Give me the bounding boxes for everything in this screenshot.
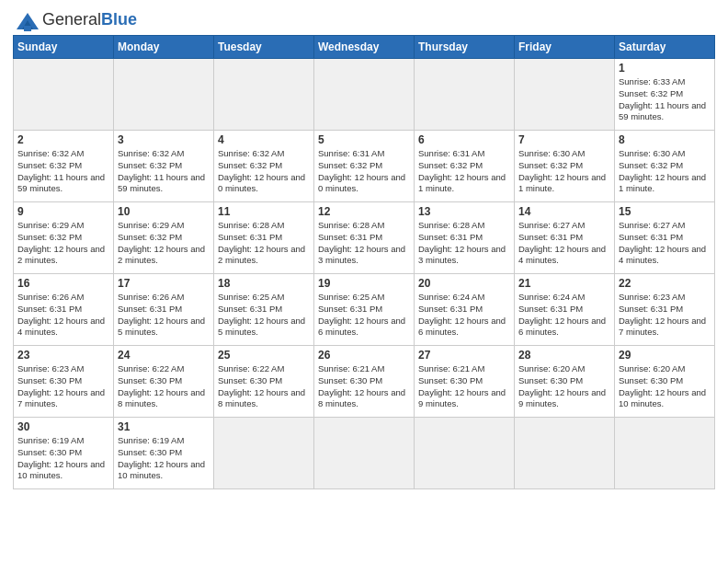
calendar-cell: 15Sunrise: 6:27 AMSunset: 6:31 PMDayligh… — [615, 202, 715, 274]
calendar: Sunday Monday Tuesday Wednesday Thursday… — [13, 35, 715, 489]
day-info: Sunrise: 6:25 AMSunset: 6:31 PMDaylight:… — [318, 292, 410, 339]
calendar-cell: 26Sunrise: 6:21 AMSunset: 6:30 PMDayligh… — [314, 346, 415, 418]
day-number: 28 — [518, 349, 610, 362]
calendar-header: Sunday Monday Tuesday Wednesday Thursday… — [14, 36, 715, 59]
calendar-cell — [114, 59, 214, 131]
calendar-cell: 18Sunrise: 6:25 AMSunset: 6:31 PMDayligh… — [214, 274, 314, 346]
day-info: Sunrise: 6:32 AMSunset: 6:32 PMDaylight:… — [218, 148, 310, 195]
day-number: 25 — [218, 349, 310, 362]
calendar-cell: 4Sunrise: 6:32 AMSunset: 6:32 PMDaylight… — [214, 131, 314, 202]
page: GeneralBlue Sunday Monday Tuesday Wednes… — [0, 0, 728, 563]
day-number: 30 — [17, 420, 109, 433]
day-info: Sunrise: 6:28 AMSunset: 6:31 PMDaylight:… — [218, 220, 310, 267]
day-number: 14 — [518, 205, 610, 218]
calendar-cell: 12Sunrise: 6:28 AMSunset: 6:31 PMDayligh… — [314, 202, 415, 274]
calendar-cell: 29Sunrise: 6:20 AMSunset: 6:30 PMDayligh… — [615, 346, 715, 418]
day-info: Sunrise: 6:27 AMSunset: 6:31 PMDaylight:… — [518, 220, 610, 267]
day-info: Sunrise: 6:27 AMSunset: 6:31 PMDaylight:… — [619, 220, 711, 267]
calendar-cell: 10Sunrise: 6:29 AMSunset: 6:32 PMDayligh… — [114, 202, 214, 274]
day-number: 5 — [318, 133, 410, 146]
calendar-cell: 17Sunrise: 6:26 AMSunset: 6:31 PMDayligh… — [114, 274, 214, 346]
day-number: 24 — [118, 349, 210, 362]
day-number: 17 — [118, 277, 210, 290]
calendar-cell: 21Sunrise: 6:24 AMSunset: 6:31 PMDayligh… — [515, 274, 615, 346]
weekday-header-row: Sunday Monday Tuesday Wednesday Thursday… — [14, 36, 715, 59]
day-info: Sunrise: 6:23 AMSunset: 6:30 PMDaylight:… — [17, 363, 109, 410]
day-info: Sunrise: 6:19 AMSunset: 6:30 PMDaylight:… — [118, 435, 210, 482]
calendar-cell: 20Sunrise: 6:24 AMSunset: 6:31 PMDayligh… — [415, 274, 515, 346]
col-sunday: Sunday — [14, 36, 114, 59]
calendar-cell: 23Sunrise: 6:23 AMSunset: 6:30 PMDayligh… — [14, 346, 114, 418]
calendar-cell: 7Sunrise: 6:30 AMSunset: 6:32 PMDaylight… — [515, 131, 615, 202]
calendar-cell — [214, 418, 314, 489]
day-info: Sunrise: 6:20 AMSunset: 6:30 PMDaylight:… — [518, 363, 610, 410]
calendar-body: 1Sunrise: 6:33 AMSunset: 6:32 PMDaylight… — [14, 59, 715, 489]
calendar-cell — [415, 59, 515, 131]
day-info: Sunrise: 6:21 AMSunset: 6:30 PMDaylight:… — [418, 363, 510, 410]
day-number: 23 — [17, 349, 109, 362]
col-wednesday: Wednesday — [314, 36, 415, 59]
day-number: 15 — [619, 205, 711, 218]
day-info: Sunrise: 6:26 AMSunset: 6:31 PMDaylight:… — [17, 292, 109, 339]
day-number: 12 — [318, 205, 410, 218]
calendar-cell — [314, 418, 415, 489]
calendar-cell: 19Sunrise: 6:25 AMSunset: 6:31 PMDayligh… — [314, 274, 415, 346]
calendar-cell: 5Sunrise: 6:31 AMSunset: 6:32 PMDaylight… — [314, 131, 415, 202]
day-number: 4 — [218, 133, 310, 146]
day-number: 22 — [619, 277, 711, 290]
day-number: 2 — [17, 133, 109, 146]
day-info: Sunrise: 6:19 AMSunset: 6:30 PMDaylight:… — [17, 435, 109, 482]
day-number: 9 — [17, 205, 109, 218]
day-info: Sunrise: 6:20 AMSunset: 6:30 PMDaylight:… — [619, 363, 711, 410]
day-number: 8 — [619, 133, 711, 146]
day-info: Sunrise: 6:23 AMSunset: 6:31 PMDaylight:… — [619, 292, 711, 339]
day-info: Sunrise: 6:24 AMSunset: 6:31 PMDaylight:… — [518, 292, 610, 339]
calendar-cell: 27Sunrise: 6:21 AMSunset: 6:30 PMDayligh… — [415, 346, 515, 418]
calendar-cell: 24Sunrise: 6:22 AMSunset: 6:30 PMDayligh… — [114, 346, 214, 418]
calendar-cell — [214, 59, 314, 131]
calendar-cell — [14, 59, 114, 131]
day-number: 13 — [418, 205, 510, 218]
day-info: Sunrise: 6:28 AMSunset: 6:31 PMDaylight:… — [418, 220, 510, 267]
day-info: Sunrise: 6:31 AMSunset: 6:32 PMDaylight:… — [418, 148, 510, 195]
day-number: 6 — [418, 133, 510, 146]
calendar-cell: 3Sunrise: 6:32 AMSunset: 6:32 PMDaylight… — [114, 131, 214, 202]
day-number: 3 — [118, 133, 210, 146]
day-number: 1 — [619, 62, 711, 75]
calendar-cell: 28Sunrise: 6:20 AMSunset: 6:30 PMDayligh… — [515, 346, 615, 418]
day-number: 27 — [418, 349, 510, 362]
svg-rect-2 — [24, 26, 31, 31]
calendar-cell: 6Sunrise: 6:31 AMSunset: 6:32 PMDaylight… — [415, 131, 515, 202]
calendar-cell — [515, 418, 615, 489]
day-info: Sunrise: 6:30 AMSunset: 6:32 PMDaylight:… — [619, 148, 711, 195]
day-info: Sunrise: 6:24 AMSunset: 6:31 PMDaylight:… — [418, 292, 510, 339]
calendar-cell — [415, 418, 515, 489]
calendar-cell — [615, 418, 715, 489]
day-number: 26 — [318, 349, 410, 362]
logo-general: GeneralBlue — [42, 10, 137, 29]
day-info: Sunrise: 6:32 AMSunset: 6:32 PMDaylight:… — [118, 148, 210, 195]
calendar-cell: 13Sunrise: 6:28 AMSunset: 6:31 PMDayligh… — [415, 202, 515, 274]
day-number: 20 — [418, 277, 510, 290]
calendar-cell: 9Sunrise: 6:29 AMSunset: 6:32 PMDaylight… — [14, 202, 114, 274]
day-number: 18 — [218, 277, 310, 290]
logo-text: GeneralBlue — [42, 10, 137, 29]
logo-icon — [13, 9, 39, 29]
calendar-cell: 31Sunrise: 6:19 AMSunset: 6:30 PMDayligh… — [114, 418, 214, 489]
calendar-cell: 11Sunrise: 6:28 AMSunset: 6:31 PMDayligh… — [214, 202, 314, 274]
day-info: Sunrise: 6:22 AMSunset: 6:30 PMDaylight:… — [218, 363, 310, 410]
calendar-cell: 1Sunrise: 6:33 AMSunset: 6:32 PMDaylight… — [615, 59, 715, 131]
day-info: Sunrise: 6:33 AMSunset: 6:32 PMDaylight:… — [619, 76, 711, 123]
calendar-cell: 14Sunrise: 6:27 AMSunset: 6:31 PMDayligh… — [515, 202, 615, 274]
day-number: 19 — [318, 277, 410, 290]
day-info: Sunrise: 6:28 AMSunset: 6:31 PMDaylight:… — [318, 220, 410, 267]
col-saturday: Saturday — [615, 36, 715, 59]
calendar-cell: 8Sunrise: 6:30 AMSunset: 6:32 PMDaylight… — [615, 131, 715, 202]
day-info: Sunrise: 6:30 AMSunset: 6:32 PMDaylight:… — [518, 148, 610, 195]
calendar-cell: 22Sunrise: 6:23 AMSunset: 6:31 PMDayligh… — [615, 274, 715, 346]
col-monday: Monday — [114, 36, 214, 59]
day-info: Sunrise: 6:29 AMSunset: 6:32 PMDaylight:… — [17, 220, 109, 267]
col-friday: Friday — [515, 36, 615, 59]
calendar-cell — [515, 59, 615, 131]
header: GeneralBlue — [13, 9, 715, 29]
